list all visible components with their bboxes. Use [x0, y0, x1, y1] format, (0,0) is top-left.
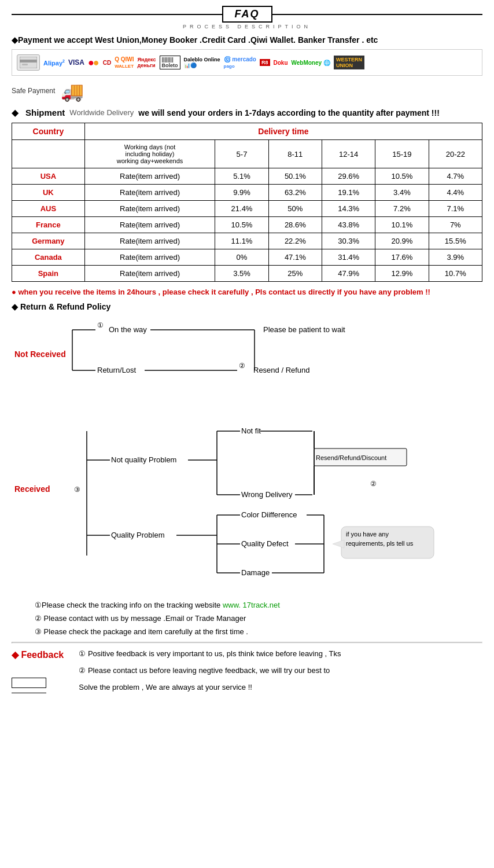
table-cell-value: 10.1%: [375, 217, 429, 233]
note-2: ② Please contact with us by message .Ema…: [35, 614, 482, 623]
alipay-logo: Alipay2: [43, 59, 65, 67]
boleto-logo: ||||||||Boleto: [160, 56, 180, 69]
flow-diagram-not-received: Not Received ① On the way Please be pati…: [12, 319, 482, 391]
shipment-label: Shipment: [25, 108, 65, 117]
cd-logo: CD: [103, 60, 111, 66]
faq-line-left: [12, 14, 222, 15]
flow-diagram-received: Received ③ Not quality Problem Not fit W…: [12, 402, 482, 589]
svg-text:Resend / Refund: Resend / Refund: [253, 366, 310, 374]
table-cell-value: 25%: [268, 266, 322, 282]
table-cell-rate: Rate(item arrived): [84, 217, 215, 233]
visa-logo: VISA: [68, 58, 84, 67]
table-cell-value: 10.5%: [215, 217, 268, 233]
svg-text:Resend/Refund/Discount: Resend/Refund/Discount: [316, 454, 386, 461]
svg-text:Please be patient to wait: Please be patient to wait: [263, 325, 345, 334]
feedback-text: ① Positive feedback is very important to…: [79, 649, 341, 692]
feedback-line1: ① Positive feedback is very important to…: [79, 649, 341, 658]
table-cell-rate: Rate(item arrived): [84, 233, 215, 249]
table-cell-country: Germany: [12, 233, 85, 249]
table-cell-value: 7.2%: [375, 201, 429, 217]
diamond-bullet-shipment: ◆: [12, 107, 19, 118]
mercado-logo: 🌀 mercadopago: [224, 56, 256, 69]
table-cell-country: Spain: [12, 266, 85, 282]
table-cell-value: 17.6%: [375, 249, 429, 266]
page-wrapper: FAQ PROCESS DESCRIPTION ◆Payment we acce…: [0, 0, 494, 699]
table-cell-value: 47.9%: [322, 266, 375, 282]
table-cell-value: 30.3%: [322, 233, 375, 249]
table-cell-country: France: [12, 217, 85, 233]
table-row: SpainRate(item arrived)3.5%25%47.9%12.9%…: [12, 266, 482, 282]
table-cell-rate: Rate(item arrived): [84, 249, 215, 266]
shipment-desc: we will send your orders in 1-7days acco…: [138, 108, 439, 117]
table-cell-value: 4.4%: [429, 185, 482, 201]
table-cell-value: 63.2%: [268, 185, 322, 201]
svg-text:Damage: Damage: [241, 568, 270, 577]
table-days-5-7: 5-7: [215, 140, 268, 168]
table-days-15-19: 15-19: [375, 140, 429, 168]
truck-icon: 🚚: [61, 80, 84, 102]
table-header-delivery: Delivery time: [84, 123, 482, 140]
shipment-line: ◆ Shipment Worldwide Delivery we will se…: [12, 107, 482, 118]
table-days-8-11: 8-11: [268, 140, 322, 168]
table-cell-value: 10.5%: [375, 168, 429, 185]
table-cell-value: 3.4%: [375, 185, 429, 201]
table-cell-value: 20.9%: [375, 233, 429, 249]
table-cell-value: 50.1%: [268, 168, 322, 185]
feedback-box2: [12, 693, 46, 693]
table-cell-value: 7.1%: [429, 201, 482, 217]
not-received-svg: Not Received ① On the way Please be pati…: [12, 319, 486, 389]
table-row: GermanyRate(item arrived)11.1%22.2%30.3%…: [12, 233, 482, 249]
table-header-country: Country: [12, 123, 85, 140]
table-cell-value: 4.7%: [429, 168, 482, 185]
table-days-12-14: 12-14: [322, 140, 375, 168]
note1-link: www. 17track.net: [223, 601, 280, 609]
warning-line: ● when you receive the items in 24hours …: [12, 288, 482, 296]
svg-text:③: ③: [74, 486, 80, 494]
table-cell-country: UK: [12, 185, 85, 201]
svg-text:On the way: On the way: [109, 325, 147, 334]
svg-text:Return/Lost: Return/Lost: [97, 366, 137, 374]
note-3: ③ Please check the package and item care…: [35, 627, 482, 636]
table-row: USARate(item arrived)5.1%50.1%29.6%10.5%…: [12, 168, 482, 185]
western-union-logo: WESTERNUNION: [334, 56, 364, 69]
feedback-section: ◆ Feedback ① Positive feedback is very i…: [12, 649, 482, 693]
table-working-days: Working days (notincluding holiday)worki…: [84, 140, 215, 168]
svg-text:requirements, pls tell us: requirements, pls tell us: [346, 540, 414, 547]
table-cell-value: 3.5%: [215, 266, 268, 282]
worldwide-label: Worldwide Delivery: [69, 108, 134, 117]
svg-text:②: ②: [370, 480, 377, 488]
received-svg: Received ③ Not quality Problem Not fit W…: [12, 402, 486, 587]
svg-text:①: ①: [97, 321, 104, 329]
svg-text:Wrong Delivery: Wrong Delivery: [241, 490, 293, 499]
dalebit-logo: Daleblo Online📊🔵: [184, 57, 220, 68]
table-cell-rate: Rate(item arrived): [84, 185, 215, 201]
table-cell-value: 11.1%: [215, 233, 268, 249]
table-cell-value: 0%: [215, 249, 268, 266]
table-cell-value: 7%: [429, 217, 482, 233]
feedback-box1: [12, 678, 46, 688]
yandex-logo: Яндексденьги: [137, 57, 156, 68]
svg-rect-2: [22, 64, 28, 65]
table-row: AUSRate(item arrived)21.4%50%14.3%7.2%7.…: [12, 201, 482, 217]
svg-text:Quality Defect: Quality Defect: [241, 539, 289, 548]
doku-logo: R8: [260, 59, 270, 66]
delivery-table: Country Delivery time Working days (noti…: [12, 123, 482, 282]
note-1: ①Please check the tracking info on the t…: [35, 601, 482, 609]
doku-text: Doku: [274, 60, 288, 66]
faq-subtitle: PROCESS DESCRIPTION: [12, 24, 482, 30]
svg-text:if you have any: if you have any: [346, 531, 389, 538]
svg-text:②: ②: [239, 362, 245, 370]
received-text: Received: [14, 484, 50, 494]
table-cell-value: 10.7%: [429, 266, 482, 282]
divider-feedback: [12, 642, 482, 643]
payment-logos-container: Alipay2 VISA ●● CD Q QIWIWALLET Яндексде…: [12, 49, 482, 76]
svg-text:Quality Problem: Quality Problem: [111, 531, 164, 539]
safe-payment-label: Safe Payment: [12, 87, 55, 95]
table-cell-value: 19.1%: [322, 185, 375, 201]
table-cell-value: 5.1%: [215, 168, 268, 185]
table-cell-value: 15.5%: [429, 233, 482, 249]
table-cell-value: 50%: [268, 201, 322, 217]
table-cell-value: 21.4%: [215, 201, 268, 217]
table-cell-country: Canada: [12, 249, 85, 266]
faq-header-lines: FAQ: [12, 6, 482, 23]
